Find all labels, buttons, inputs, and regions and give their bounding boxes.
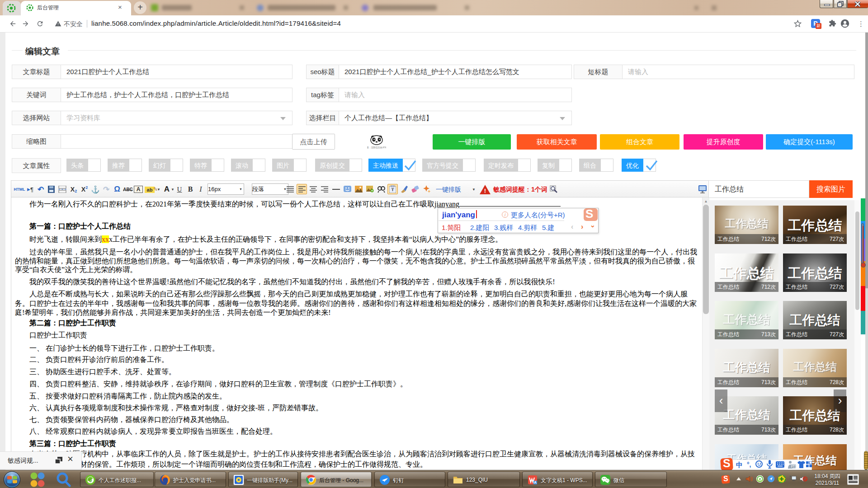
svg-text:e: e — [89, 477, 92, 483]
svg-text:熊猫．沈阳信息技术NET: 熊猫．沈阳信息技术NET — [367, 146, 386, 149]
svg-text:!: ! — [484, 188, 486, 194]
svg-text:e: e — [759, 477, 761, 481]
svg-text:T: T — [392, 188, 394, 192]
svg-text:10: 10 — [792, 465, 795, 468]
